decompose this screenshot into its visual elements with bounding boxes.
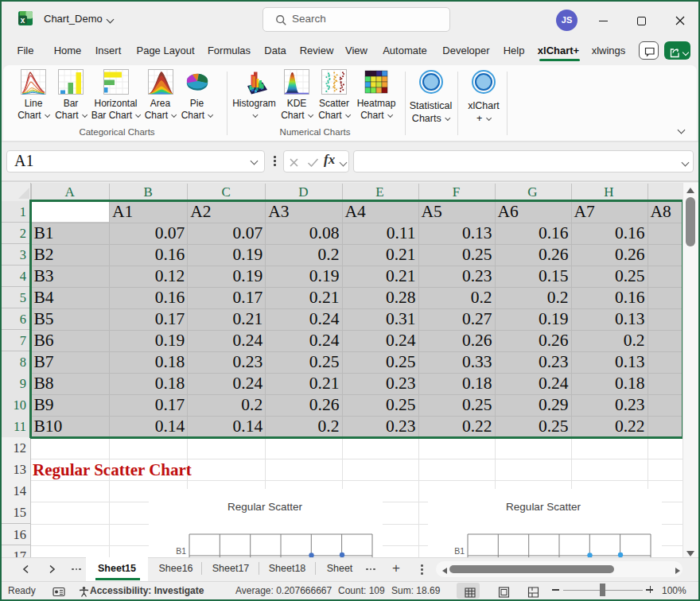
svg-text:x: x <box>21 16 25 25</box>
